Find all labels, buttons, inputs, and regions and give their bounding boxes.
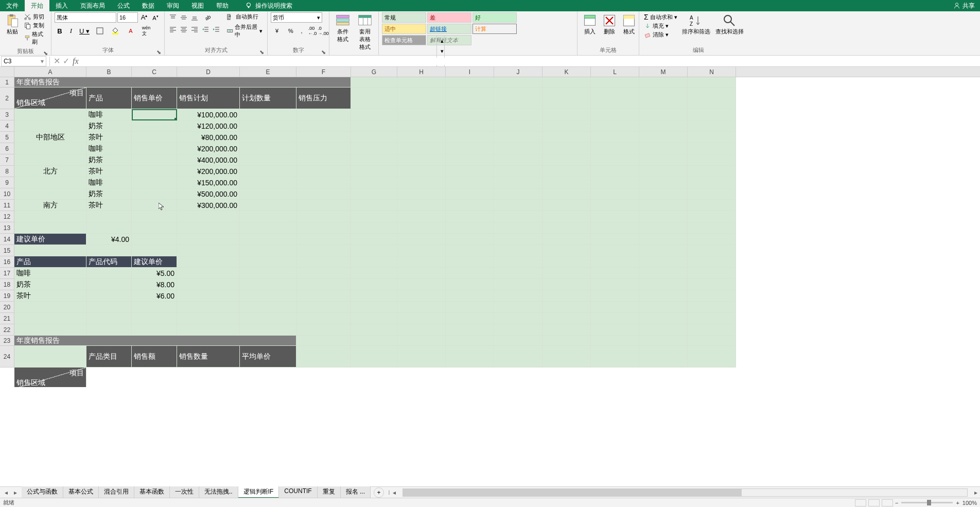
cell-E6[interactable] [240, 143, 296, 154]
cell-C6[interactable] [132, 143, 177, 154]
cell-C10[interactable] [132, 188, 177, 200]
cell-G9[interactable] [351, 177, 397, 188]
cell-N2[interactable] [688, 88, 736, 109]
tab-home[interactable]: 开始 [25, 0, 49, 11]
cell-H14[interactable] [397, 234, 446, 245]
cell-H9[interactable] [397, 177, 446, 188]
cell-D9[interactable]: ¥150,000.00 [177, 177, 240, 188]
cell-C22[interactable] [132, 324, 177, 336]
col-header-B[interactable]: B [86, 67, 132, 77]
cell-H8[interactable] [397, 166, 446, 177]
cell-J3[interactable] [494, 109, 542, 120]
cell-G16[interactable] [351, 256, 397, 268]
cell-D21[interactable] [177, 313, 240, 324]
cell-G12[interactable] [351, 211, 397, 222]
fill-color-button[interactable] [108, 26, 122, 36]
cell-M21[interactable] [639, 313, 688, 324]
cell-A17[interactable]: 咖啡 [14, 268, 86, 279]
cell-A11[interactable]: 南方 [14, 200, 86, 211]
cell-H12[interactable] [397, 211, 446, 222]
row-header-5[interactable]: 5 [0, 132, 14, 143]
col-header-E[interactable]: E [240, 67, 296, 77]
cell-A9[interactable] [14, 177, 86, 188]
indent-increase-button[interactable] [211, 24, 221, 34]
merge-center-button[interactable]: 合并后居中 ▾ [225, 23, 264, 39]
sheet-nav-last[interactable]: ▸ [11, 488, 20, 497]
select-all-corner[interactable] [0, 67, 14, 77]
cell-L21[interactable] [591, 313, 639, 324]
cell-M10[interactable] [639, 188, 688, 200]
row-header-24[interactable]: 24 [0, 346, 14, 368]
cell-L19[interactable] [591, 290, 639, 302]
cell-A5[interactable]: 中部地区 [14, 132, 86, 143]
sheet-tab-3[interactable]: 基本函数 [134, 486, 170, 498]
cell-L22[interactable] [591, 324, 639, 336]
cell-C14[interactable] [132, 234, 177, 245]
insert-cells-button[interactable]: 插入 [581, 12, 599, 37]
cell-L15[interactable] [591, 245, 639, 256]
cell-B8[interactable]: 茶叶 [86, 166, 132, 177]
cell-H23[interactable] [397, 336, 446, 346]
cell-J11[interactable] [494, 200, 542, 211]
cancel-formula-button[interactable]: ✕ [52, 57, 61, 66]
cell-B20[interactable] [86, 302, 132, 313]
cell-D4[interactable]: ¥120,000.00 [177, 120, 240, 132]
font-launcher[interactable]: ⬊ [156, 49, 161, 54]
cell-C12[interactable] [132, 211, 177, 222]
cell-I17[interactable] [446, 268, 494, 279]
comma-button[interactable]: , [296, 26, 307, 36]
cell-F21[interactable] [296, 313, 351, 324]
row-header-11[interactable]: 11 [0, 200, 14, 211]
cell-D11[interactable]: ¥300,000.00 [177, 200, 240, 211]
cell-C21[interactable] [132, 313, 177, 324]
clear-button[interactable]: 清除 ▾ [642, 30, 679, 39]
align-top-button[interactable] [168, 12, 178, 23]
cell-I8[interactable] [446, 166, 494, 177]
cell-B11[interactable]: 茶叶 [86, 200, 132, 211]
cell-M4[interactable] [639, 120, 688, 132]
cell-M6[interactable] [639, 143, 688, 154]
cell-L14[interactable] [591, 234, 639, 245]
cell-I2[interactable] [446, 88, 494, 109]
cell-F23[interactable] [296, 336, 351, 346]
cell-N10[interactable] [688, 188, 736, 200]
cell-M9[interactable] [639, 177, 688, 188]
cell-F19[interactable] [296, 290, 351, 302]
cell-E12[interactable] [240, 211, 296, 222]
style-good[interactable]: 好 [472, 12, 517, 23]
cell-A18[interactable]: 奶茶 [14, 279, 86, 290]
cell-H22[interactable] [397, 324, 446, 336]
cell-F17[interactable] [296, 268, 351, 279]
cell-H21[interactable] [397, 313, 446, 324]
cell-J16[interactable] [494, 256, 542, 268]
tab-view[interactable]: 视图 [185, 0, 210, 11]
style-bad[interactable]: 差 [427, 12, 471, 23]
decrease-decimal-button[interactable]: .0→.00 [318, 26, 328, 36]
cell-M24[interactable] [639, 346, 688, 368]
cell-B16[interactable]: 产品代码 [86, 256, 132, 268]
cell-M11[interactable] [639, 200, 688, 211]
cut-button[interactable]: 剪切 [23, 12, 48, 21]
cell-B10[interactable]: 奶茶 [86, 188, 132, 200]
cell-I15[interactable] [446, 245, 494, 256]
cell-J1[interactable] [494, 77, 542, 88]
cell-I21[interactable] [446, 313, 494, 324]
phonetic-button[interactable]: wén文 [139, 26, 153, 36]
style-hyperlink[interactable]: 超链接 [427, 24, 471, 34]
cell-A19[interactable]: 茶叶 [14, 290, 86, 302]
cell-M14[interactable] [639, 234, 688, 245]
cell-G13[interactable] [351, 222, 397, 234]
sheet-tab-5[interactable]: 无法拖拽.. [199, 486, 238, 498]
cell-B24[interactable]: 产品类目 [86, 346, 132, 368]
indent-decrease-button[interactable] [200, 24, 211, 34]
cell-F5[interactable] [296, 132, 351, 143]
cell-G1[interactable] [351, 77, 397, 88]
cell-K12[interactable] [542, 211, 591, 222]
cell-D20[interactable] [177, 302, 240, 313]
cell-J23[interactable] [494, 336, 542, 346]
wrap-text-button[interactable]: abc自动换行 [225, 12, 264, 21]
sheet-tab-2[interactable]: 混合引用 [99, 486, 134, 498]
cell-E9[interactable] [240, 177, 296, 188]
name-box[interactable]: C3▾ [1, 56, 46, 66]
cell-K23[interactable] [542, 336, 591, 346]
